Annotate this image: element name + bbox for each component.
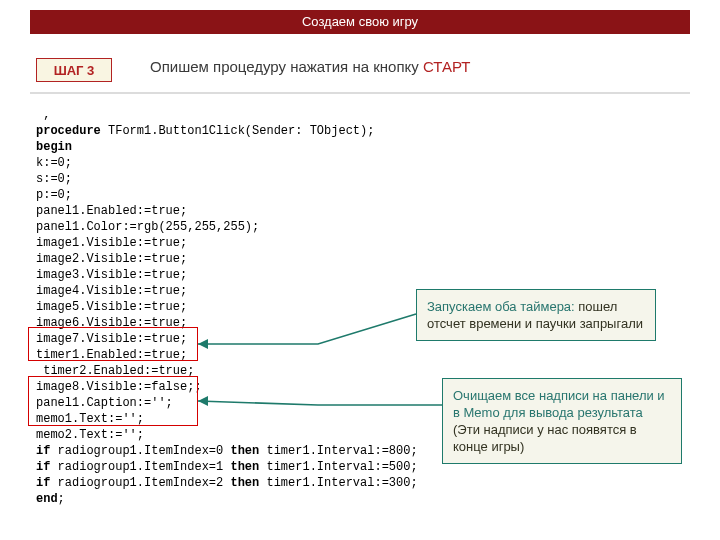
code-text: radiogroup1.ItemIndex=1 bbox=[50, 460, 230, 474]
code-line: timer2.Enabled:=true; bbox=[36, 363, 482, 379]
code-line: p:=0; bbox=[36, 187, 482, 203]
code-line: begin bbox=[36, 139, 482, 155]
code-line: image2.Visible:=true; bbox=[36, 251, 482, 267]
callout-timers: Запускаем оба таймера: пошел отсчет врем… bbox=[416, 289, 656, 341]
code-line: memo1.Text:=''; bbox=[36, 411, 482, 427]
code-line: , bbox=[36, 107, 482, 123]
header-bar: Создаем свою игру bbox=[30, 10, 690, 34]
code-text: timer1.Interval:=300; bbox=[259, 476, 417, 490]
code-text: timer1.Interval:=500; bbox=[259, 460, 417, 474]
kw-procedure: procedure bbox=[36, 124, 101, 138]
slide-title: Опишем процедуру нажатия на кнопку СТАРТ bbox=[150, 58, 470, 75]
code-line: if radiogroup1.ItemIndex=1 then timer1.I… bbox=[36, 459, 482, 475]
code-text: TForm1.Button1Click(Sender: TObject); bbox=[101, 124, 375, 138]
kw-then: then bbox=[230, 444, 259, 458]
title-prefix: Опишем процедуру нажатия на кнопку bbox=[150, 58, 423, 75]
code-line: s:=0; bbox=[36, 171, 482, 187]
divider bbox=[30, 92, 690, 94]
code-line: panel1.Caption:=''; bbox=[36, 395, 482, 411]
code-line: procedure TForm1.Button1Click(Sender: TO… bbox=[36, 123, 482, 139]
code-line: if radiogroup1.ItemIndex=2 then timer1.I… bbox=[36, 475, 482, 491]
step-badge: ШАГ 3 bbox=[36, 58, 112, 82]
kw-end: end bbox=[36, 492, 58, 506]
code-line: image8.Visible:=false;; bbox=[36, 379, 482, 395]
callout-lead: Очищаем все надписи на панели и в Memo д… bbox=[453, 388, 665, 420]
kw-then: then bbox=[230, 476, 259, 490]
kw-if: if bbox=[36, 460, 50, 474]
kw-if: if bbox=[36, 444, 50, 458]
code-line: k:=0; bbox=[36, 155, 482, 171]
code-text: ; bbox=[58, 492, 65, 506]
code-line: image1.Visible:=true; bbox=[36, 235, 482, 251]
code-text: timer1.Interval:=800; bbox=[259, 444, 417, 458]
title-accent: СТАРТ bbox=[423, 58, 471, 75]
code-line: end; bbox=[36, 491, 482, 507]
code-text: radiogroup1.ItemIndex=0 bbox=[50, 444, 230, 458]
kw-if: if bbox=[36, 476, 50, 490]
code-text: radiogroup1.ItemIndex=2 bbox=[50, 476, 230, 490]
code-line: panel1.Enabled:=true; bbox=[36, 203, 482, 219]
header-title: Создаем свою игру bbox=[302, 14, 418, 29]
code-line: image3.Visible:=true; bbox=[36, 267, 482, 283]
code-line: memo2.Text:=''; bbox=[36, 427, 482, 443]
code-line: if radiogroup1.ItemIndex=0 then timer1.I… bbox=[36, 443, 482, 459]
kw-then: then bbox=[230, 460, 259, 474]
code-line: timer1.Enabled:=true; bbox=[36, 347, 482, 363]
callout-rest: (Эти надписи у нас появятся в конце игры… bbox=[453, 422, 637, 454]
step-label: ШАГ 3 bbox=[54, 63, 95, 78]
code-line: panel1.Color:=rgb(255,255,255); bbox=[36, 219, 482, 235]
callout-lead: Запускаем оба таймера: bbox=[427, 299, 578, 314]
kw-begin: begin bbox=[36, 140, 72, 154]
callout-clear: Очищаем все надписи на панели и в Memo д… bbox=[442, 378, 682, 464]
